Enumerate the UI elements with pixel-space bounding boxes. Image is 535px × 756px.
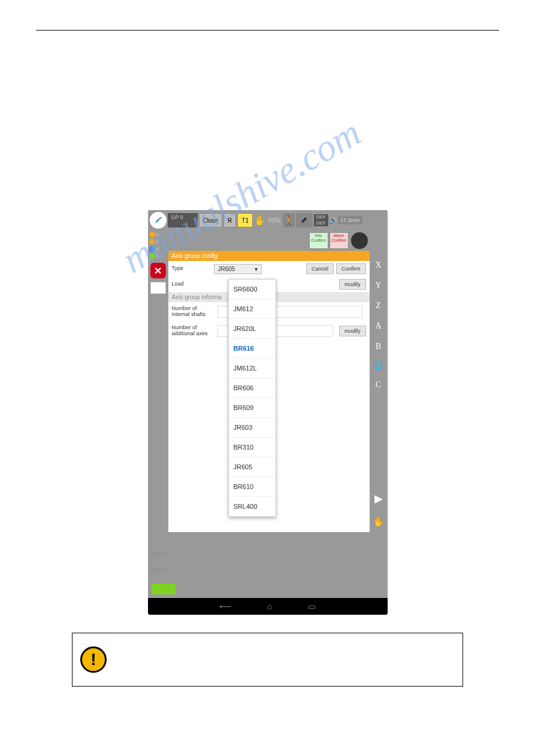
dropdown-item[interactable]: BR610 — [229, 477, 276, 497]
def-label-2: DEF — [314, 220, 328, 226]
info-confirm-button[interactable]: Info Confirm — [309, 232, 328, 249]
axis-x[interactable]: X — [375, 260, 381, 270]
top-toolbar: GP 0 Close R T1 ✋ 50% 🚶 DEF DEF 🔊 17.2mm — [148, 210, 388, 230]
close-button[interactable]: Close — [199, 213, 223, 227]
bottom-text-2: 00(511) — [152, 567, 170, 573]
confirm-button[interactable]: Confirm — [336, 263, 366, 274]
gp-indicator: GP 0 — [168, 213, 198, 227]
main-content: Info Confirm Alarm Confirm Axis group co… — [168, 230, 370, 532]
ring-indicator — [375, 362, 382, 369]
dropdown-item[interactable]: BR310 — [229, 438, 276, 457]
bottom-text-1: 00(25) — [152, 551, 167, 557]
dropdown-item[interactable]: BR606 — [229, 378, 276, 398]
def-label-1: DEF — [314, 214, 328, 220]
speed-percent: 50% — [267, 217, 282, 224]
dropdown-item[interactable]: JR605 — [229, 457, 276, 477]
type-dropdown-list: SR6600 JM612 JR620L BR616 JM612L BR606 B… — [228, 279, 276, 517]
nav-recent-icon[interactable]: ▭ — [308, 602, 316, 611]
axis-a[interactable]: A — [375, 321, 381, 331]
bottom-grey-area: 00(25) 00(511) — [148, 532, 388, 580]
r-button[interactable]: R — [223, 213, 236, 227]
hand-icon-2[interactable]: ✋ — [373, 516, 385, 527]
axis-b[interactable]: B — [376, 342, 381, 351]
hand-icon[interactable]: ✋ — [254, 213, 266, 227]
type-value: JR605 — [218, 266, 235, 272]
status-dot-blue — [149, 246, 155, 252]
status-dot-orange-2 — [149, 239, 155, 245]
nav-back-icon[interactable]: ⟵ — [219, 602, 231, 611]
caution-box: ! — [72, 633, 463, 687]
load-label: Load — [172, 281, 214, 287]
caution-icon: ! — [80, 646, 107, 673]
dropdown-item[interactable]: JR603 — [229, 418, 276, 438]
play-icon[interactable]: ▶ — [374, 492, 383, 505]
wrench-icon[interactable] — [296, 213, 313, 227]
status-dot-orange — [149, 232, 155, 238]
nav-home-icon[interactable]: ⌂ — [267, 602, 272, 611]
section-title-bar: Axis group config — [168, 251, 370, 261]
axis-z[interactable]: Z — [376, 301, 381, 311]
axis-rail: X Y Z A B C ▶ ✋ — [370, 230, 388, 532]
t1-button[interactable]: T1 — [237, 213, 253, 227]
additional-axes-label: Number of additional axes — [172, 325, 214, 337]
device-screenshot: GP 0 Close R T1 ✋ 50% 🚶 DEF DEF 🔊 17.2mm — [148, 210, 388, 615]
dropdown-item[interactable]: SR6600 — [229, 280, 276, 299]
axis-c[interactable]: C — [376, 380, 381, 390]
type-label: Type — [172, 266, 214, 272]
internal-shafts-label: Number of Internal shafts — [172, 306, 214, 318]
top-rule — [36, 30, 499, 31]
status-dot-green — [149, 253, 155, 259]
caution-text-area — [114, 633, 463, 686]
modify-load-button[interactable]: modify — [339, 279, 366, 290]
dropdown-item[interactable]: SRL400 — [229, 497, 276, 517]
clock-icon[interactable] — [150, 282, 166, 294]
dropdown-item[interactable]: JR620L — [229, 319, 276, 339]
dropdown-item[interactable]: JM612 — [229, 299, 276, 319]
alarm-confirm-button[interactable]: Alarm Confirm — [330, 232, 349, 249]
modify-axes-button[interactable]: modify — [339, 326, 366, 336]
close-x-button[interactable]: ✕ — [150, 263, 166, 278]
dimension-label: 17.2mm — [338, 216, 362, 224]
dropdown-item[interactable]: JM612L — [229, 359, 276, 378]
dropdown-item[interactable]: BR616 — [229, 339, 276, 359]
sound-icon: 🔊 — [330, 217, 337, 224]
globe-icon[interactable] — [351, 232, 368, 249]
figure-wrapper: manualshive.com GP 0 Close R T1 ✋ 50% 🚶 … — [36, 210, 499, 615]
cancel-button[interactable]: Cancel — [306, 263, 334, 274]
green-status-block — [152, 584, 176, 594]
status-column: 0 0 0 0 ✕ — [148, 230, 168, 532]
android-nav-bar: ⟵ ⌂ ▭ — [148, 598, 388, 615]
type-select[interactable]: JR605▾ — [214, 264, 262, 274]
chevron-down-icon: ▾ — [255, 266, 258, 272]
robot-icon[interactable] — [150, 212, 167, 229]
axis-y[interactable]: Y — [375, 281, 381, 290]
walk-icon[interactable]: 🚶 — [283, 213, 295, 227]
dropdown-item[interactable]: BR609 — [229, 398, 276, 418]
